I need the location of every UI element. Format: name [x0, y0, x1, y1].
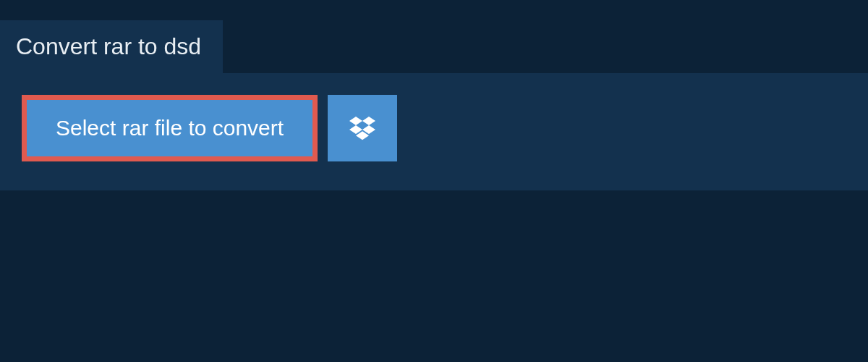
dropbox-button[interactable] — [328, 95, 397, 161]
page-title: Convert rar to dsd — [16, 33, 201, 60]
select-file-button[interactable]: Select rar file to convert — [22, 95, 318, 161]
content-panel: Select rar file to convert — [0, 73, 868, 190]
button-row: Select rar file to convert — [22, 95, 846, 161]
tab-header: Convert rar to dsd — [0, 20, 223, 73]
dropbox-icon — [349, 114, 375, 143]
